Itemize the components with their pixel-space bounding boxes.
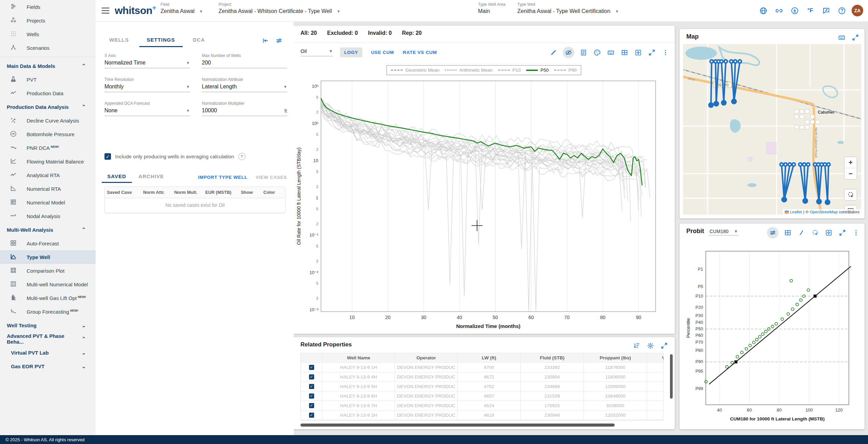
import-type-well-button[interactable]: IMPORT TYPE WELL [198, 175, 248, 180]
sidebar-item-flowing-material-balance[interactable]: Flowing Material Balance [0, 155, 96, 168]
header-selector-field[interactable]: FieldZenitha Aswal▼ [160, 2, 208, 14]
openstreetmap-link[interactable]: OpenStreetMap [810, 210, 838, 214]
rate-vs-cum-button[interactable]: RATE VS CUM [403, 50, 437, 55]
zoom-in-button[interactable]: + [844, 157, 857, 168]
field-appended-dca-forecast[interactable]: Appended DCA ForecastNone▼ [104, 101, 190, 116]
sidebar-item-pvt[interactable]: PVT [0, 73, 96, 86]
decline-steps-icon[interactable] [549, 48, 558, 57]
column-header-proppant-lbs-[interactable]: Proppant (lbs) [584, 353, 647, 362]
header-selector-project[interactable]: ProjectZenitha Aswal - Whitson Certifica… [219, 2, 369, 14]
sidebar-subsection-gas-eor-pvt[interactable]: Gas EOR PVT⌄ [0, 359, 96, 373]
pan-icon[interactable] [634, 48, 643, 57]
tab-wells[interactable]: WELLS [102, 33, 137, 47]
column-header-vintage[interactable]: Vintage [647, 353, 664, 362]
sidebar-item-multi-well-gas-lift-opt[interactable]: Multi-well Gas Lift OptNEW! [0, 291, 96, 305]
row-checkbox[interactable]: ✓ [309, 374, 314, 379]
tab-archive[interactable]: ARCHIVE [133, 170, 170, 183]
more-options-icon[interactable] [661, 48, 670, 57]
legend-item-p90[interactable]: P90 [554, 68, 577, 73]
collapse-panel-icon[interactable] [261, 36, 270, 45]
language-globe-icon[interactable] [757, 5, 769, 16]
more-options-icon[interactable] [852, 228, 860, 237]
producing-wells-checkbox[interactable]: ✓ [104, 153, 111, 160]
menu-icon[interactable] [100, 5, 111, 16]
sidebar-item-pnr-dca[interactable]: PNR DCANEW! [0, 141, 96, 155]
sidebar-item-numerical-model[interactable]: Numerical Model [0, 196, 96, 209]
leaflet-link[interactable]: Leaflet [790, 210, 802, 214]
fullscreen-icon[interactable] [851, 33, 860, 42]
column-header-well-name[interactable]: Well Name [322, 353, 395, 362]
fullscreen-icon[interactable] [838, 228, 847, 237]
sidebar-item-scenarios[interactable]: Scenarios [0, 41, 96, 55]
share-link-icon[interactable] [773, 5, 785, 16]
keyboard-icon[interactable] [837, 33, 846, 42]
header-selector-type-well[interactable]: Type WellZenitha Aswal - Type Well Certi… [517, 2, 647, 14]
sidebar-item-numerical-rta[interactable]: Numerical RTA [0, 182, 96, 196]
sidebar-item-bottomhole-pressure[interactable]: Bottomhole Pressure [0, 127, 96, 141]
sidebar-item-multi-well-numerical-model[interactable]: Multi-well Numerical Model [0, 277, 96, 291]
field-max-number-of-wells[interactable]: Max Number of Wells200 [202, 53, 287, 68]
row-checkbox[interactable]: ✓ [309, 393, 314, 399]
legend-item-p10[interactable]: P10 [498, 68, 521, 73]
sidebar-section-advanced-pvt-phase-beha-[interactable]: Advanced PVT & Phase Beha...⌃ [0, 332, 96, 346]
sidebar-item-group-forecasting[interactable]: Group ForecastingNEW! [0, 305, 96, 318]
sidebar-item-comparison-plot[interactable]: Comparison Plot [0, 264, 96, 277]
sidebar-section-multi-well-analysis[interactable]: Multi-Well Analysis⌃ [0, 223, 96, 237]
table-icon[interactable] [783, 228, 792, 237]
sidebar-item-decline-curve-analysis[interactable]: Decline Curve Analysis [0, 114, 96, 127]
sidebar-section-main-data-models[interactable]: Main Data & Models⌃ [0, 59, 96, 73]
fluid-select[interactable]: Oil ▼ [300, 48, 333, 56]
sidebar-item-wells[interactable]: Wells [0, 27, 96, 41]
type-well-plot[interactable]: 10203040506070809010³5210²52105215210⁻¹5… [293, 77, 675, 331]
vertical-scrollbar[interactable] [670, 354, 673, 399]
field-normalization-attribute[interactable]: Normalization AttributeLateral Length▼ [202, 77, 287, 92]
temperature-unit-toggle[interactable]: °F [804, 5, 816, 16]
tab-settings[interactable]: SETTINGS [139, 33, 183, 47]
field-time-resolution[interactable]: Time ResolutionMonthly▼ [104, 77, 190, 92]
row-checkbox[interactable]: ✓ [309, 365, 314, 370]
keyboard-icon[interactable] [606, 48, 615, 57]
sidebar-item-fields[interactable]: Fields [0, 0, 96, 14]
table-icon[interactable] [620, 48, 629, 57]
sidebar-item-auto-forecast[interactable]: Auto-Forecast [0, 237, 96, 250]
use-cum-button[interactable]: USE CUM [371, 50, 394, 55]
legend-item-arithmetic-mean[interactable]: Arithmetic Mean [445, 68, 493, 73]
user-avatar[interactable]: ZA [852, 5, 863, 16]
sidebar-item-type-well[interactable]: Type Well [0, 250, 96, 264]
pan-icon[interactable] [824, 228, 833, 237]
help-icon[interactable] [836, 5, 848, 16]
sidebar-item-production-data[interactable]: Production Data [0, 86, 96, 100]
gear-icon[interactable] [646, 341, 655, 350]
zoom-out-button[interactable]: − [844, 168, 857, 179]
sliders-icon[interactable] [767, 227, 779, 239]
column-header-operator[interactable]: Operator [395, 353, 458, 362]
download-icon[interactable] [789, 5, 800, 16]
sidebar-item-projects[interactable]: Projects [0, 14, 96, 27]
tab-saved[interactable]: SAVED [102, 170, 132, 183]
lasso-icon[interactable] [811, 228, 820, 237]
view-cases-button[interactable]: VIEW CASES [256, 175, 287, 180]
field-x-axis[interactable]: X AxisNormalized Time▼ [104, 53, 190, 68]
legend-item-geometric-mean[interactable]: Geometric Mean [391, 68, 439, 73]
help-tooltip-icon[interactable]: ? [238, 153, 246, 160]
row-checkbox[interactable]: ✓ [309, 413, 314, 418]
feedback-icon[interactable] [820, 5, 832, 16]
horizontal-scrollbar[interactable] [300, 424, 615, 427]
sidebar-section-well-testing[interactable]: Well Testing⌄ [0, 318, 96, 332]
row-checkbox[interactable]: ✓ [309, 403, 314, 408]
logy-button[interactable]: LOGY [340, 47, 362, 57]
field-normalization-multiplier[interactable]: Normalization Multiplier10000ft [202, 101, 287, 116]
sidebar-item-nodal-analysis[interactable]: Nodal Analysis [0, 209, 96, 223]
column-header-lw-ft-[interactable]: LW (ft) [458, 353, 521, 362]
probit-variable-select[interactable]: CUM180 ▼ [709, 229, 739, 235]
map-canvas[interactable]: US 270CalumetNorth Calumet Roadwest + − … [683, 44, 861, 215]
fullscreen-icon[interactable] [647, 48, 656, 57]
report-icon[interactable] [579, 48, 588, 57]
hide-wells-eye-off-icon[interactable] [563, 47, 574, 58]
lasso-select-button[interactable] [844, 189, 857, 200]
fullscreen-icon[interactable] [660, 341, 669, 350]
probit-plot[interactable]: 406080100120P1P5P10P20P30P40P50P60P70P80… [680, 243, 865, 428]
sidebar-section-production-data-analysis[interactable]: Production Data Analysis⌃ [0, 100, 96, 114]
palette-icon[interactable] [593, 48, 602, 57]
related-properties-table[interactable]: Well NameOperatorLW (ft)Fluid (STB)Propp… [300, 353, 664, 420]
